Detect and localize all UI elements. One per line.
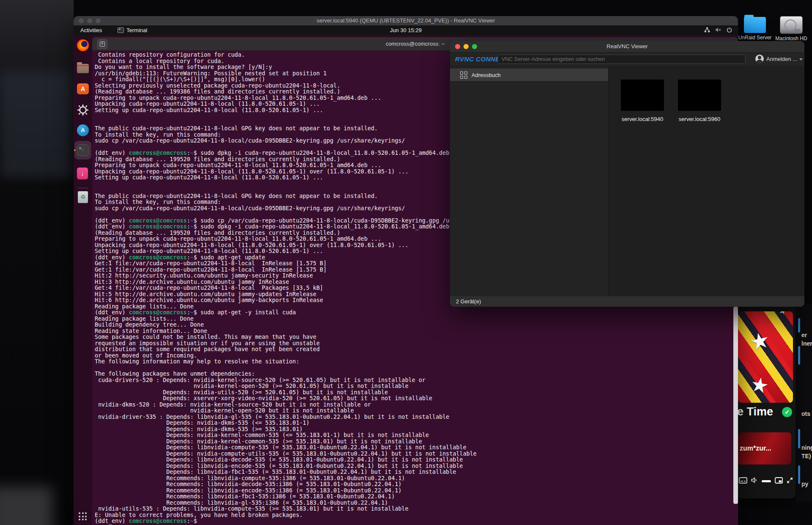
terminal-line — [95, 365, 738, 371]
terminal-line: Depends: nvidia-kernel-common-535 (>= 53… — [95, 439, 738, 445]
edge-truncated-text: er — [801, 332, 807, 338]
terminal-line: Reading state information... Done — [95, 328, 738, 335]
volume-slider[interactable] — [762, 480, 771, 482]
device-thumbnail — [621, 80, 664, 111]
video-thumbnail[interactable]: ★ ★ ★ — [738, 311, 793, 403]
terminal-line: nvidia-kernel-open-520 (>= 520.61.05) bu… — [95, 383, 738, 390]
device-thumbnail — [678, 80, 721, 111]
subtitles-icon[interactable] — [739, 477, 747, 485]
desktop-icon-unraid-server[interactable]: UnRaid Server — [736, 14, 774, 41]
desktop-icon-label: Macintosh HD — [772, 36, 810, 41]
download-app-icon: ↓ — [77, 168, 88, 179]
blue-a-app-icon: A — [77, 124, 89, 136]
desktop-wallpaper-bottom-glow — [0, 487, 53, 525]
dock-item-files[interactable] — [77, 63, 89, 74]
zoom-icon[interactable] — [96, 18, 101, 23]
terminal-line: (ddt_env) comcross@comcross:~$ — [95, 518, 738, 525]
desktop-icon-macintosh-hd[interactable]: Macintosh HD — [772, 14, 810, 41]
clock[interactable]: Jun 30 15:29 — [74, 25, 738, 35]
device-entry[interactable]: server.local:5960 — [678, 80, 721, 122]
verified-badge-icon: ✓ — [782, 407, 792, 417]
speaker-icon[interactable] — [751, 477, 758, 485]
edge-link-bar — [798, 429, 800, 448]
close-icon[interactable] — [79, 18, 84, 23]
terminal-line: nvidia-kernel-open-520 but it is not ins… — [95, 408, 738, 414]
window-title: server.local:5940 (QEMU (UBTESTENV_22.04… — [74, 16, 738, 25]
power-icon[interactable] — [727, 27, 732, 34]
terminal-icon: >_ — [77, 144, 89, 156]
dock-item-app-a[interactable]: A — [77, 124, 89, 136]
terminal-line: nvidia-utils-535 : Depends: libnvidia-co… — [95, 506, 738, 512]
desktop-wallpaper-band — [0, 72, 74, 178]
terminal-line: Depends: nvidia-utils-520 (>= 520.61.05)… — [95, 390, 738, 396]
dock-item-ubuntu-software[interactable]: A — [77, 83, 89, 95]
dock-item-downloads[interactable]: ↓ — [77, 168, 89, 179]
terminal-line: cuda-drivers-520 : Depends: nvidia-kerne… — [95, 377, 738, 384]
device-entry[interactable]: server.local:5940 — [621, 80, 664, 122]
sign-in-button[interactable]: Anmelden ... — [766, 52, 803, 66]
hard-drive-icon — [780, 16, 803, 34]
terminal-line: Recommends: libnvidia-gl-535:i386 (= 535… — [95, 500, 738, 506]
terminal-line: Depends: xserver-xorg-video-nvidia-520 (… — [95, 396, 738, 402]
terminal-line: (ddt_env) comcross@comcross:~$ sudo apt-… — [95, 310, 738, 316]
star-icon: ★ — [777, 311, 788, 317]
edge-truncated-text: py — [801, 481, 808, 487]
minimize-icon[interactable] — [464, 44, 469, 49]
video-player-window: ★ ★ ★ e Time ✓ zum*zur... — [735, 305, 796, 498]
terminal-line: Depends: nvidia-kernel-common-535 (<= 53… — [95, 432, 738, 439]
desktop-icon-label: UnRaid Server — [736, 35, 774, 41]
chevron-down-icon — [799, 58, 803, 60]
terminal-line: Recommends: libnvidia-decode-535:i386 (=… — [95, 481, 738, 488]
dock-item-settings[interactable] — [77, 104, 89, 116]
viewer-body: Adressbuch server.local:5940 server.loca… — [450, 66, 804, 296]
terminal-line: nvidia-dkms-520 : Depends: nvidia-kernel… — [95, 402, 738, 408]
dock-divider — [78, 188, 88, 188]
terminal-line: requested an impossible situation or if … — [95, 341, 738, 347]
edge-truncated-text: TE) — [801, 453, 811, 459]
picture-in-picture-icon[interactable] — [775, 477, 783, 485]
gear-icon — [77, 104, 89, 116]
terminal-line: Recommends: libnvidia-compute-535:i386 (… — [95, 476, 738, 482]
dock-item-firefox[interactable] — [77, 39, 89, 51]
edge-link-bar — [798, 346, 800, 365]
new-tab-button[interactable]: + — [97, 39, 107, 49]
device-name: server.local:5940 — [621, 116, 664, 122]
close-icon[interactable] — [455, 44, 460, 49]
files-icon — [77, 64, 89, 73]
server-address-search-input[interactable] — [498, 55, 746, 64]
terminal-line: Depends: libnvidia-fbc1-535 (= 535.183.0… — [95, 469, 738, 476]
zoom-icon[interactable] — [472, 44, 477, 49]
device-name: server.local:5960 — [678, 116, 721, 122]
network-icon[interactable] — [704, 27, 710, 34]
window-titlebar[interactable]: server.local:5940 (QEMU (UBTESTENV_22.04… — [74, 16, 738, 26]
terminal-line: The following information may help to re… — [95, 359, 738, 365]
window-title: RealVNC Viewer — [450, 41, 804, 52]
session-scrollbar[interactable] — [733, 307, 738, 504]
fullscreen-icon[interactable] — [787, 477, 793, 485]
volume-muted-icon[interactable] — [715, 27, 721, 34]
terminal-line: The following packages have unmet depend… — [95, 371, 738, 377]
terminal-line: Depends: nvidia-dkms-535 (<= 535.183.01-… — [95, 420, 738, 426]
minimize-icon[interactable] — [87, 18, 92, 23]
dock-item-trash[interactable]: ♻ — [77, 191, 89, 203]
video-thumbnail-secondary[interactable]: zum*zur... — [738, 432, 791, 465]
terminal-line: distribution that some required packages… — [95, 346, 738, 353]
viewer-toolbar: RVNC CONNECT Anmelden ... — [450, 52, 804, 66]
edge-truncated-text: ots — [801, 410, 810, 417]
system-tray[interactable] — [704, 25, 732, 35]
sidebar-item-addressbook[interactable]: Adressbuch — [450, 69, 608, 82]
dock-item-terminal[interactable]: >_ — [77, 144, 89, 156]
star-icon: ★ — [747, 327, 772, 355]
terminal-line: nvidia-driver-535 : Depends: libnvidia-g… — [95, 414, 738, 421]
viewer-sidebar: Adressbuch — [450, 66, 609, 296]
terminal-line: Depends: nvidia-dkms-535 (>= 535.183.01) — [95, 426, 738, 433]
terminal-line: Building dependency tree... Done — [95, 322, 738, 328]
show-applications-button[interactable] — [79, 512, 87, 521]
ubuntu-software-icon: A — [77, 83, 89, 94]
window-titlebar[interactable]: RealVNC Viewer — [450, 41, 804, 52]
background-window-edge: er lner ots ning TE) py — [796, 304, 812, 502]
user-avatar-icon[interactable] — [755, 55, 764, 63]
terminal-line: Depends: nvidia-compute-utils-535 (= 535… — [95, 451, 738, 457]
terminal-line: Some packages could not be installed. Th… — [95, 334, 738, 341]
terminal-line: E: Unable to correct problems, you have … — [95, 512, 738, 519]
